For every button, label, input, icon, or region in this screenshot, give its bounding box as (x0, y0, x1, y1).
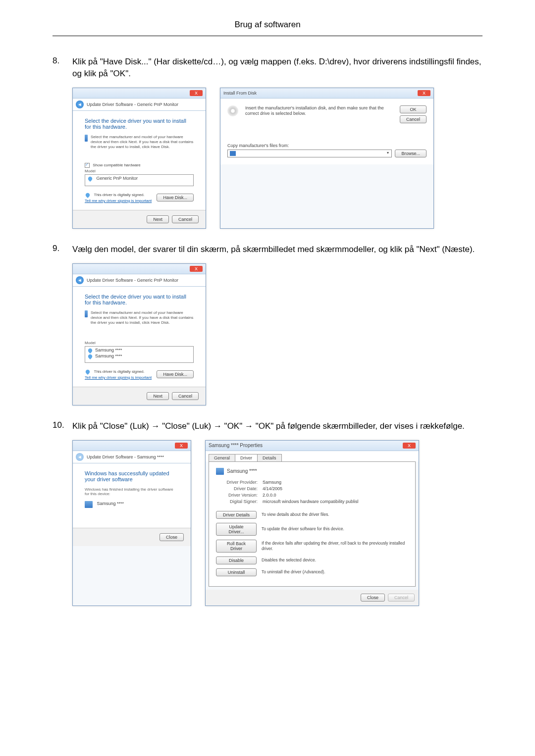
back-icon[interactable]: ◄ (76, 453, 84, 461)
signing-link[interactable]: Tell me why driver signing is important (85, 375, 152, 380)
tab-driver[interactable]: Driver (235, 454, 258, 461)
close-icon[interactable]: X (190, 90, 203, 96)
rollback-button[interactable]: Roll Back Driver (216, 540, 257, 553)
desc: To view details about the driver files. (262, 512, 408, 517)
next-button[interactable]: Next (147, 215, 169, 223)
cancel-button[interactable]: Cancel (172, 215, 199, 223)
close-icon[interactable]: X (190, 266, 203, 272)
next-button[interactable]: Next (147, 392, 169, 400)
cancel-button[interactable]: Cancel (172, 392, 199, 400)
tabs: General Driver Details (206, 451, 419, 461)
wizard-dialog-1: X ◄ Update Driver Software - Generic PnP… (72, 88, 206, 229)
signed-text: This driver is digitally signed. (94, 193, 145, 197)
value-signer: microsoft windows hardware compatibility… (263, 499, 359, 504)
monitor-icon (85, 310, 88, 317)
wizard-heading: Windows has successfully updated your dr… (85, 470, 179, 482)
close-icon[interactable]: X (175, 443, 188, 449)
step-10: Klik på "Close" (Luk) → "Close" (Luk) → … (53, 420, 482, 606)
model-item: Samsung **** (95, 353, 122, 358)
back-icon[interactable]: ◄ (76, 101, 84, 108)
step-text: Klik på "Close" (Luk) → "Close" (Luk) → … (72, 420, 482, 432)
update-driver-button[interactable]: Update Driver... (216, 523, 257, 536)
copy-from-label: Copy manufacturer's files from: (227, 143, 392, 148)
dialog-title: Samsung **** Properties (209, 443, 263, 448)
wizard-subtext: Windows has finished installing the driv… (85, 487, 179, 496)
compat-label: Show compatible hardware (93, 163, 141, 167)
signing-link[interactable]: Tell me why driver signing is important (85, 199, 152, 203)
step-8: Klik på "Have Disk..." (Har diskette/cd…… (53, 56, 482, 229)
properties-dialog: Samsung **** Properties X General Driver… (205, 440, 419, 606)
tab-general[interactable]: General (209, 454, 235, 461)
cancel-button: Cancel (388, 594, 415, 602)
browse-button[interactable]: Browse... (395, 150, 427, 157)
close-button[interactable]: Close (160, 533, 184, 541)
ifd-message: Insert the manufacturer's installation d… (245, 105, 396, 117)
breadcrumb-nav: ◄ Update Driver Software - Samsung **** (73, 451, 191, 463)
ok-button[interactable]: OK (400, 105, 427, 113)
close-icon[interactable]: X (403, 443, 416, 449)
value-version: 2.0.0.0 (263, 493, 276, 498)
model-label: Model (85, 169, 194, 173)
install-from-disk-dialog: Install From Disk X Insert the manufactu… (220, 88, 434, 229)
close-icon[interactable]: X (418, 90, 430, 96)
compat-checkbox[interactable] (85, 163, 90, 168)
wizard-dialog-2: X ◄ Update Driver Software - Generic PnP… (72, 263, 206, 405)
label-provider: Driver Provider: (216, 480, 258, 485)
titlebar: X (73, 441, 191, 451)
shield-icon (87, 348, 93, 353)
titlebar: Samsung **** Properties X (206, 441, 419, 451)
wizard-instruction: Select the manufacturer and model of you… (91, 310, 194, 326)
have-disk-button[interactable]: Have Disk... (157, 194, 194, 202)
back-icon[interactable]: ◄ (76, 276, 84, 284)
monitor-icon (85, 501, 93, 508)
label-signer: Digital Signer: (216, 499, 258, 504)
dialog-title: Install From Disk (223, 91, 257, 96)
wizard-heading: Select the device driver you want to ins… (85, 294, 194, 305)
step-text: Vælg den model, der svarer til din skærm… (72, 244, 482, 255)
cancel-button[interactable]: Cancel (400, 115, 427, 123)
disable-button[interactable]: Disable (216, 556, 257, 564)
value-provider: Samsung (263, 480, 281, 485)
monitor-icon (85, 135, 88, 142)
disk-icon (227, 105, 238, 116)
breadcrumb: Update Driver Software - Generic PnP Mon… (87, 278, 178, 283)
desc: To uninstall the driver (Advanced). (262, 569, 408, 574)
model-list[interactable]: Samsung **** Samsung **** (85, 346, 194, 363)
model-list[interactable]: Generic PnP Monitor (85, 174, 194, 186)
driver-details-button[interactable]: Driver Details (216, 511, 257, 519)
drive-combo[interactable] (227, 150, 392, 158)
model-item: Generic PnP Monitor (97, 176, 138, 181)
value-date: 4/14/2005 (263, 486, 282, 491)
wizard-heading: Select the device driver you want to ins… (85, 118, 194, 130)
titlebar: X (73, 264, 206, 274)
uninstall-button[interactable]: Uninstall (216, 568, 257, 576)
monitor-icon (216, 468, 224, 475)
desc: To update the driver software for this d… (262, 526, 408, 531)
desc: Disables the selected device. (262, 557, 408, 562)
breadcrumb: Update Driver Software - Samsung **** (87, 454, 164, 459)
breadcrumb-nav: ◄ Update Driver Software - Generic PnP M… (73, 99, 206, 111)
device-name: Samsung **** (97, 501, 124, 506)
breadcrumb: Update Driver Software - Generic PnP Mon… (87, 102, 178, 107)
titlebar: Install From Disk X (220, 88, 433, 99)
signed-text: This driver is digitally signed. (94, 369, 145, 374)
page-header: Brug af softwaren (53, 20, 482, 36)
step-9: Vælg den model, der svarer til din skærm… (53, 244, 482, 405)
drive-icon (230, 151, 236, 156)
model-label: Model (85, 341, 194, 345)
step-text: Klik på "Have Disk..." (Har diskette/cd…… (72, 56, 482, 80)
shield-icon (85, 192, 91, 198)
desc: If the device fails after updating the d… (262, 541, 408, 551)
steps-list: Klik på "Have Disk..." (Har diskette/cd…… (53, 56, 482, 606)
shield-icon (85, 369, 91, 375)
wizard-dialog-3: X ◄ Update Driver Software - Samsung ***… (72, 440, 191, 606)
breadcrumb-nav: ◄ Update Driver Software - Generic PnP M… (73, 274, 206, 287)
close-button[interactable]: Close (361, 594, 385, 602)
label-version: Driver Version: (216, 493, 258, 498)
titlebar: X (73, 88, 206, 99)
model-item: Samsung **** (95, 348, 122, 353)
have-disk-button[interactable]: Have Disk... (157, 370, 194, 378)
tab-details[interactable]: Details (257, 454, 282, 461)
shield-icon (87, 353, 93, 359)
device-name: Samsung **** (227, 468, 257, 474)
